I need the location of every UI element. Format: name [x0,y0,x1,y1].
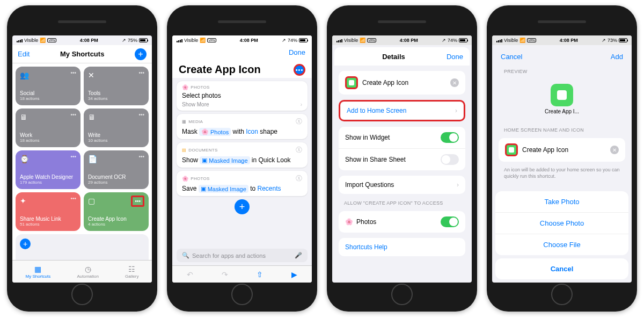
monitor-icon: 🖥 [20,113,76,121]
tile-work[interactable]: •••🖥Work18 actions [16,109,80,147]
preview: Create App I... [499,78,625,120]
tile-write[interactable]: •••🖥Write10 actions [84,109,149,147]
shortcuts-help-row[interactable]: Shortcuts Help [339,238,465,256]
tile-document-ocr[interactable]: •••📄Document OCR29 actions [84,150,149,189]
tile-social[interactable]: •••👥Social18 actions [16,67,80,105]
add-shortcut-button[interactable]: + [135,48,147,60]
action-select-photos[interactable]: 🌸PHOTOS Select photos Show More› [177,81,308,111]
screen-add-to-home: Visible 📶 VPN 4:08 PM ↗ 73% Cancel Add P… [492,35,632,283]
actions-list: 🌸PHOTOS Select photos Show More› ▦MEDIAⓧ… [172,78,312,245]
tab-automation[interactable]: ◷Automation [77,265,98,279]
nav-bar: Edit My Shortcuts + [12,45,152,63]
photos-permission-row[interactable]: 🌸Photos [339,211,465,233]
icon-picker[interactable] [505,143,518,156]
mic-icon[interactable]: 🎤 [295,252,302,259]
grid-icon: ▦ [34,265,41,273]
remove-icon[interactable]: ⓧ [296,117,302,126]
home-button[interactable] [551,284,573,305]
search-input[interactable]: 🔍Search for apps and actions🎤 [177,249,308,262]
remove-icon[interactable]: ⓧ [296,174,302,183]
import-questions-row[interactable]: Import Questions› [339,176,465,194]
name-input-row[interactable]: Create App Icon ✕ [499,138,625,162]
modal-header: DetailsDone [334,47,470,66]
status-bar: Visible 📶 VPN 4:08 PM ↗ 73% [492,35,632,45]
home-button[interactable] [71,284,93,305]
status-bar: Visible 📶 VPN 4:08 PM ↗ 74% [172,35,312,45]
people-icon: 👥 [20,71,76,80]
show-in-widget-row[interactable]: Show in Widget [339,127,465,149]
page-title: My Shortcuts [60,50,104,58]
action-sheet: Take Photo Choose Photo Choose File Canc… [492,188,632,283]
play-button[interactable]: ▶ [291,270,297,279]
cancel-button[interactable]: Cancel [501,53,522,61]
modal-header: Cancel Add [494,47,630,66]
home-button[interactable] [231,284,253,305]
tile-watch-designer[interactable]: •••⌚Apple Watch Designer179 actions [16,150,80,189]
add-button[interactable]: Add [611,53,623,61]
remove-icon[interactable]: ⓧ [296,146,302,155]
screen-my-shortcuts: Visible 📶 VPN 4:08 PM ↗ 75% Edit My Shor… [12,35,152,283]
done-button[interactable]: Done [289,48,305,56]
undo-button[interactable]: ↶ [187,270,193,279]
stack-icon: ☷ [128,265,135,273]
action-quicklook[interactable]: ▤DOCUMENTSⓧ Show ▣Masked Image in Quick … [177,142,308,168]
share-button[interactable]: ⇧ [257,270,263,279]
documents-icon: ▤ [182,148,186,153]
search-icon: 🔍 [182,252,189,259]
choose-photo-option[interactable]: Choose Photo [495,213,628,234]
tile-share-music[interactable]: •••✦Share Music Link51 actions [16,192,80,231]
create-shortcut-tile[interactable]: +Create Shortcut [16,234,149,260]
choose-file-option[interactable]: Choose File [495,234,628,255]
widget-toggle[interactable] [441,132,459,143]
action-save[interactable]: 🌸PHOTOSⓧ Save ▣Masked Image to Recents [177,171,308,196]
tile-create-app-icon[interactable]: •••▢Create App Icon4 actions [84,192,149,231]
toolbar: ↶ ↷ ⇧ ▶ [172,265,312,283]
screen-editor: Visible 📶 VPN 4:08 PM ↗ 74% Done Create … [172,35,312,283]
photos-icon: 🌸 [345,218,353,226]
shortcut-name-row[interactable]: Create App Icon ✕ [339,71,465,95]
status-bar: Visible 📶 VPN 4:08 PM ↗ 74% [332,35,472,45]
tab-my-shortcuts[interactable]: ▦My Shortcuts [26,265,51,279]
shortcuts-grid: •••👥Social18 actions •••✕Tools34 actions… [12,63,152,260]
action-mask[interactable]: ▦MEDIAⓧ Mask 🌸Photos with Icon shape [177,114,308,139]
tile-more-button[interactable]: ••• [131,196,144,207]
tools-icon: ✕ [88,71,144,80]
done-button[interactable]: Done [447,53,463,61]
clear-button[interactable]: ✕ [450,78,459,87]
status-bar: Visible 📶 VPN 4:08 PM ↗ 75% [12,35,152,45]
clock-icon: ◷ [85,265,91,273]
sheet-cancel-button[interactable]: Cancel [495,258,628,279]
shortcut-title: Create App Icon [179,63,261,76]
media-icon: ▦ [182,119,186,124]
screen-details: Visible 📶 VPN 4:08 PM ↗ 74% DetailsDone … [332,35,472,283]
add-action-button[interactable]: + [235,199,250,214]
phone-frame-1: Visible 📶 VPN 4:08 PM ↗ 75% Edit My Shor… [7,5,157,312]
monitor-icon: 🖥 [88,113,144,121]
tile-tools[interactable]: •••✕Tools34 actions [84,67,149,105]
phone-frame-2: Visible 📶 VPN 4:08 PM ↗ 74% Done Create … [167,5,317,312]
doc-icon: 📄 [88,155,144,163]
preview-icon [551,84,573,106]
take-photo-option[interactable]: Take Photo [495,191,628,213]
carrier: Visible [24,38,38,43]
tab-bar: ▦My Shortcuts ◷Automation ☷Gallery [12,260,152,283]
plus-icon: + [20,238,31,249]
phone-frame-3: Visible 📶 VPN 4:08 PM ↗ 74% DetailsDone … [327,5,477,312]
home-button[interactable] [391,284,413,305]
app-icon[interactable] [345,76,358,89]
edit-button[interactable]: Edit [18,50,30,58]
sparkle-icon: ✦ [20,197,76,205]
photos-icon: 🌸 [182,176,188,182]
watch-icon: ⌚ [20,155,76,163]
show-in-share-row[interactable]: Show in Share Sheet [339,149,465,170]
redo-button[interactable]: ↷ [222,270,228,279]
tab-gallery[interactable]: ☷Gallery [125,265,138,279]
details-title: Details [382,53,405,61]
clear-button[interactable]: ✕ [610,146,619,154]
photos-icon: 🌸 [182,84,188,90]
more-options-button[interactable]: ••• [294,64,305,76]
photos-toggle[interactable] [441,216,459,227]
phone-frame-4: Visible 📶 VPN 4:08 PM ↗ 73% Cancel Add P… [487,5,637,312]
share-toggle[interactable] [441,154,459,165]
add-to-home-row[interactable]: Add to Home Screen› [339,100,465,121]
